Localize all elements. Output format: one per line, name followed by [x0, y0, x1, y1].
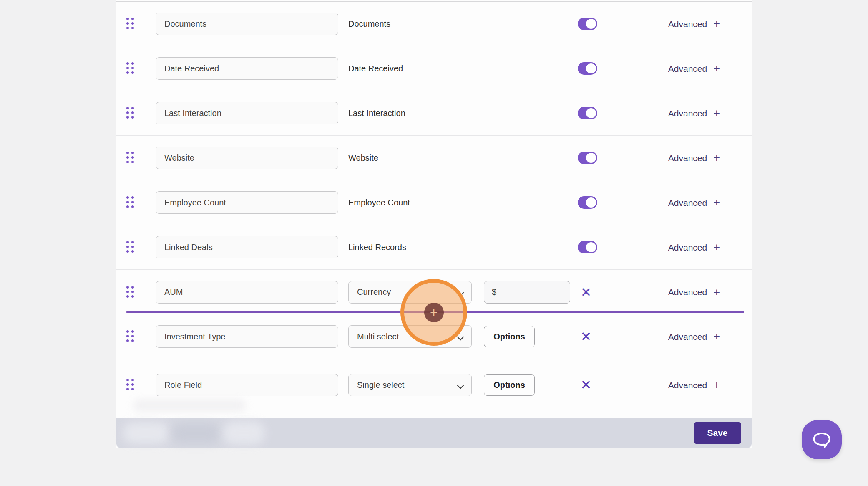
drag-handle-icon[interactable]: [126, 62, 135, 75]
plus-icon: +: [713, 63, 720, 74]
advanced-link[interactable]: Advanced +: [668, 331, 720, 342]
currency-prefix-input[interactable]: [484, 281, 570, 304]
advanced-link[interactable]: Advanced +: [668, 152, 720, 164]
field-row-role-field: Single select Options ✕ Advanced +: [116, 359, 752, 418]
insert-highlight-circle: +: [400, 279, 467, 346]
advanced-label: Advanced: [668, 287, 707, 297]
remove-field-icon[interactable]: ✕: [577, 378, 595, 392]
toggle-knob: [586, 63, 596, 73]
chevron-down-icon: [457, 382, 464, 389]
field-name-input[interactable]: [156, 281, 338, 304]
options-button[interactable]: Options: [484, 326, 535, 347]
toggle-knob: [586, 19, 596, 29]
remove-field-icon[interactable]: ✕: [577, 330, 595, 343]
field-name-input[interactable]: [156, 374, 338, 396]
field-name-input[interactable]: [156, 57, 338, 80]
chat-widget-button[interactable]: [802, 420, 842, 459]
plus-icon: +: [713, 242, 720, 253]
toggle-knob: [586, 197, 596, 208]
options-button[interactable]: Options: [484, 374, 535, 396]
field-display-label: Last Interaction: [348, 109, 405, 118]
field-row-documents: Documents Advanced +: [116, 2, 752, 46]
field-name-input[interactable]: [156, 325, 338, 348]
field-row-website: Website Advanced +: [116, 136, 752, 180]
field-display-label: Linked Records: [348, 243, 406, 252]
field-name-input[interactable]: [156, 13, 338, 35]
advanced-link[interactable]: Advanced +: [668, 242, 720, 253]
chat-bubble-icon: [810, 428, 833, 451]
field-name-input[interactable]: [156, 102, 338, 124]
advanced-link[interactable]: Advanced +: [668, 380, 720, 391]
field-type-value: Single select: [357, 380, 404, 390]
field-rows: Documents Advanced + Date Received Advan…: [116, 1, 752, 418]
field-type-value: Currency: [357, 287, 391, 297]
advanced-link[interactable]: Advanced +: [668, 108, 720, 119]
field-type-value: Multi select: [357, 332, 399, 342]
drag-handle-icon[interactable]: [126, 152, 135, 164]
advanced-label: Advanced: [668, 108, 707, 118]
field-row-linked-deals: Linked Records Advanced +: [116, 225, 752, 270]
field-display-label: Employee Count: [348, 198, 410, 208]
visibility-toggle[interactable]: [578, 18, 597, 30]
field-display-label: Website: [348, 153, 378, 163]
drag-handle-icon[interactable]: [126, 18, 135, 30]
drag-handle-icon[interactable]: [126, 196, 135, 209]
field-name-input[interactable]: [156, 236, 338, 258]
visibility-toggle[interactable]: [578, 62, 597, 75]
plus-icon: +: [713, 286, 720, 298]
remove-field-icon[interactable]: ✕: [577, 286, 595, 299]
advanced-label: Advanced: [668, 19, 707, 29]
drag-handle-icon[interactable]: [126, 330, 135, 343]
advanced-link[interactable]: Advanced +: [668, 286, 720, 298]
toggle-knob: [586, 242, 596, 252]
advanced-label: Advanced: [668, 242, 707, 252]
drag-handle-icon[interactable]: [126, 107, 135, 119]
visibility-toggle[interactable]: [578, 107, 597, 119]
plus-icon: +: [713, 380, 720, 391]
advanced-link[interactable]: Advanced +: [668, 18, 720, 30]
field-display-label: Documents: [348, 19, 390, 29]
panel-footer: Save: [116, 418, 752, 448]
advanced-label: Advanced: [668, 197, 707, 208]
blurred-content: [133, 399, 246, 412]
add-field-button[interactable]: +: [424, 303, 444, 322]
field-row-last-interaction: Last Interaction Advanced +: [116, 91, 752, 136]
visibility-toggle[interactable]: [578, 196, 597, 209]
field-row-date-received: Date Received Advanced +: [116, 46, 752, 91]
visibility-toggle[interactable]: [578, 241, 597, 253]
save-button[interactable]: Save: [694, 422, 741, 444]
toggle-knob: [586, 108, 596, 118]
drag-handle-icon[interactable]: [126, 241, 135, 253]
blurred-chip: [171, 423, 221, 443]
advanced-link[interactable]: Advanced +: [668, 63, 720, 74]
field-display-label: Date Received: [348, 64, 403, 73]
advanced-link[interactable]: Advanced +: [668, 197, 720, 208]
advanced-label: Advanced: [668, 153, 707, 163]
blurred-chip: [123, 422, 169, 444]
visibility-toggle[interactable]: [578, 152, 597, 164]
drag-handle-icon[interactable]: [126, 379, 135, 391]
plus-icon: +: [713, 152, 720, 164]
advanced-label: Advanced: [668, 380, 707, 390]
advanced-label: Advanced: [668, 332, 707, 342]
plus-icon: +: [713, 331, 720, 342]
field-row-employee-count: Employee Count Advanced +: [116, 180, 752, 225]
drag-handle-icon[interactable]: [126, 286, 135, 299]
field-type-select[interactable]: Single select: [348, 374, 472, 396]
field-name-input[interactable]: [156, 191, 338, 214]
advanced-label: Advanced: [668, 63, 707, 73]
blurred-chip: [223, 421, 265, 445]
field-name-input[interactable]: [156, 147, 338, 169]
field-settings-panel: Documents Advanced + Date Received Advan…: [116, 0, 752, 448]
plus-icon: +: [713, 197, 720, 208]
plus-icon: +: [713, 108, 720, 119]
toggle-knob: [586, 153, 596, 163]
plus-icon: +: [713, 18, 720, 30]
